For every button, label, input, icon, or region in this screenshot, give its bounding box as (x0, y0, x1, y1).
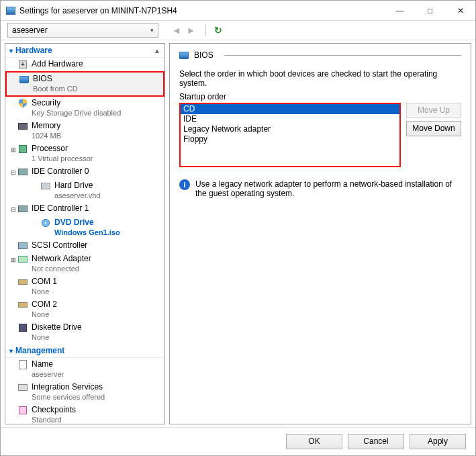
title-divider (224, 55, 461, 56)
tree-name[interactable]: Name aseserver (5, 358, 164, 381)
tree-bios-label: BIOS (33, 74, 78, 84)
tree-memory[interactable]: Memory 1024 MB (5, 120, 164, 142)
details-pane: BIOS Select the order in which boot devi… (169, 43, 471, 424)
tree-harddrive[interactable]: Hard Drive aseserver.vhd (5, 179, 164, 202)
close-button[interactable]: ✕ (445, 1, 475, 20)
collapse-icon[interactable]: ⊟ (9, 203, 17, 215)
tree-dvd[interactable]: DVD Drive Windows Gen1.iso (5, 216, 164, 239)
network-icon (17, 254, 28, 265)
settings-window: Settings for aseserver on MININT-N7P1SH4… (0, 0, 476, 456)
section-hardware-label: Hardware (15, 46, 52, 55)
nav-back-button[interactable]: ◄ (171, 25, 183, 36)
cpu-icon (17, 144, 28, 154)
refresh-button[interactable]: ↻ (214, 25, 222, 36)
section-hardware[interactable]: ▾ Hardware ▲ (5, 44, 164, 58)
listbox-option-ide[interactable]: IDE (181, 114, 399, 124)
tree-bios-sub: Boot from CD (33, 84, 78, 94)
collapse-icon[interactable]: ⊟ (9, 167, 17, 178)
apply-button[interactable]: Apply (410, 434, 466, 449)
move-up-button[interactable]: Move Up (406, 103, 461, 118)
window-title: Settings for aseserver on MININT-N7P1SH4 (15, 6, 385, 15)
vm-dropdown[interactable]: aseserver ▾ (7, 23, 158, 38)
tree-security[interactable]: Security Key Storage Drive disabled (5, 97, 164, 120)
pane-title-row: BIOS (179, 50, 461, 60)
chevron-down-icon: ▾ (9, 347, 13, 355)
integration-icon (17, 382, 28, 393)
body: ▾ Hardware ▲ + Add Hardware BIOS Boot fr… (1, 40, 475, 427)
scsi-icon (17, 240, 28, 251)
controller-icon (17, 203, 28, 214)
listbox-option-floppy[interactable]: Floppy (181, 134, 399, 144)
startup-order-label: Startup order (179, 92, 461, 101)
info-icon: i (179, 179, 190, 190)
monitor-icon (19, 74, 30, 85)
name-icon (17, 359, 28, 370)
tree-com2[interactable]: COM 2 None (5, 298, 164, 321)
checkpoints-icon (17, 405, 28, 416)
tree-processor[interactable]: ⊞ Processor 1 Virtual processor (5, 142, 164, 165)
expand-icon[interactable]: ⊞ (9, 144, 17, 155)
section-management-label: Management (15, 346, 64, 355)
tree-checkpoints[interactable]: Checkpoints Standard (5, 404, 164, 424)
info-text: Use a legacy network adapter to perform … (195, 179, 461, 198)
listbox-option-legacy-net[interactable]: Legacy Network adapter (181, 124, 399, 134)
add-hardware-icon: + (17, 59, 28, 70)
toolbar: aseserver ▾ ◄ ► ↻ (1, 21, 475, 40)
minimize-button[interactable]: — (385, 1, 415, 20)
memory-icon (17, 121, 28, 132)
listbox-option-cd[interactable]: CD (181, 104, 399, 114)
tree-ide0[interactable]: ⊟ IDE Controller 0 (5, 165, 164, 179)
vm-dropdown-value: aseserver (12, 26, 48, 35)
pane-description: Select the order in which boot devices a… (179, 69, 461, 88)
toolbar-divider (205, 24, 206, 36)
com-port-icon (17, 300, 28, 310)
controller-icon (17, 167, 28, 177)
startup-order-listbox[interactable]: CD IDE Legacy Network adapter Floppy (179, 103, 401, 167)
nav-forward-button[interactable]: ► (185, 25, 197, 36)
settings-tree[interactable]: ▾ Hardware ▲ + Add Hardware BIOS Boot fr… (5, 44, 164, 424)
monitor-icon (179, 52, 189, 59)
tree-com1[interactable]: COM 1 None (5, 275, 164, 298)
chevron-down-icon: ▾ (150, 27, 154, 34)
scroll-up-icon: ▲ (154, 47, 160, 54)
nav-arrows: ◄ ► (171, 25, 197, 36)
chevron-down-icon: ▾ (9, 47, 13, 54)
maximize-button[interactable]: □ (415, 1, 445, 20)
tree-bios[interactable]: BIOS Boot from CD (5, 71, 164, 97)
dvd-icon (40, 218, 51, 228)
titlebar: Settings for aseserver on MININT-N7P1SH4… (1, 1, 475, 21)
app-icon (6, 7, 15, 15)
tree-network-adapter[interactable]: ⊞ Network Adapter Not connected (5, 253, 164, 275)
tree-integration[interactable]: Integration Services Some services offer… (5, 381, 164, 404)
startup-order-row: CD IDE Legacy Network adapter Floppy Mov… (179, 103, 461, 167)
move-down-button[interactable]: Move Down (406, 121, 461, 136)
harddrive-icon (40, 181, 51, 191)
ok-button[interactable]: OK (286, 434, 342, 449)
tree-ide1[interactable]: ⊟ IDE Controller 1 (5, 202, 164, 216)
pane-title: BIOS (194, 50, 213, 60)
info-note: i Use a legacy network adapter to perfor… (179, 179, 461, 198)
com-port-icon (17, 277, 28, 287)
dialog-buttons: OK Cancel Apply (1, 427, 475, 455)
floppy-icon (17, 322, 28, 333)
tree-diskette[interactable]: Diskette Drive None (5, 321, 164, 344)
section-management[interactable]: ▾ Management (5, 344, 164, 358)
expand-icon[interactable]: ⊞ (9, 254, 17, 265)
tree-add-hardware[interactable]: + Add Hardware (5, 58, 164, 71)
settings-tree-panel: ▾ Hardware ▲ + Add Hardware BIOS Boot fr… (5, 43, 165, 424)
cancel-button[interactable]: Cancel (348, 434, 404, 449)
shield-icon (17, 98, 28, 109)
move-buttons: Move Up Move Down (406, 103, 461, 167)
tree-scsi[interactable]: SCSI Controller (5, 239, 164, 253)
